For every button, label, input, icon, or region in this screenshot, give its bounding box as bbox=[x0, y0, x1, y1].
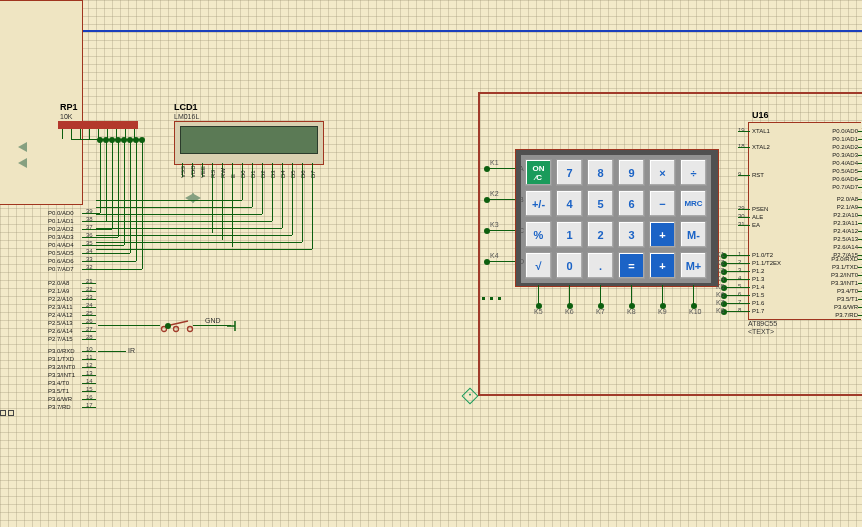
keypad-key[interactable]: × bbox=[649, 159, 676, 186]
keypad-key[interactable]: − bbox=[649, 190, 676, 217]
keypad-key[interactable]: MRC bbox=[680, 190, 707, 217]
pin-label: P2.4/A12 bbox=[48, 312, 73, 318]
pin-label: P2.3/A11 bbox=[812, 220, 858, 226]
wire bbox=[212, 177, 213, 233]
schematic-canvas[interactable]: { "components": { "rp1": { "ref": "RP1",… bbox=[0, 0, 862, 527]
pin-label: P0.7/AD7 bbox=[48, 266, 74, 272]
pin-number: 7 bbox=[738, 299, 741, 305]
pin-label: P0.5/AD5 bbox=[812, 168, 858, 174]
keypad-key[interactable]: + bbox=[649, 252, 676, 279]
ir-net-label: IR bbox=[128, 347, 135, 354]
keypad-key[interactable]: ON∕C bbox=[525, 159, 552, 186]
keypad-key[interactable]: + bbox=[649, 221, 676, 248]
pin-stub bbox=[738, 175, 750, 176]
wire bbox=[96, 228, 282, 229]
keypad-key[interactable]: % bbox=[525, 221, 552, 248]
lcd-pin-label: D0 bbox=[240, 158, 246, 178]
pin-number: 4 bbox=[738, 275, 741, 281]
keypad-key[interactable]: 1 bbox=[556, 221, 583, 248]
ground-arrow-icon bbox=[18, 158, 27, 168]
ground-symbol-icon bbox=[227, 320, 241, 332]
pin-label: P0.5/AD5 bbox=[48, 250, 74, 256]
keypad-key[interactable]: 9 bbox=[618, 159, 645, 186]
lcd-pin-label: D4 bbox=[280, 158, 286, 178]
keypad-key[interactable]: √ bbox=[525, 252, 552, 279]
pin-number: 18 bbox=[738, 143, 745, 149]
net-label: K2 bbox=[490, 190, 499, 197]
pin-label: P3.0/RXD bbox=[48, 348, 75, 354]
wire bbox=[96, 221, 272, 222]
resistor-network[interactable] bbox=[58, 121, 138, 129]
keypad-key[interactable]: 0 bbox=[556, 252, 583, 279]
keypad-key[interactable]: 4 bbox=[556, 190, 583, 217]
net-label: K5 bbox=[534, 308, 543, 315]
pin-number: 3 bbox=[738, 267, 741, 273]
lcd-pin-label: E bbox=[230, 158, 236, 178]
keypad-key[interactable]: M+ bbox=[680, 252, 707, 279]
pin-label: P1.1/T2EX bbox=[752, 260, 781, 266]
wire bbox=[302, 177, 303, 242]
pin-label: P2.6/A14 bbox=[812, 244, 858, 250]
net-label: K1 bbox=[490, 159, 499, 166]
pin-number: 2 bbox=[738, 259, 741, 265]
pin-stub bbox=[858, 155, 862, 156]
pin-label: XTAL1 bbox=[752, 128, 770, 134]
keypad-key[interactable]: +/- bbox=[525, 190, 552, 217]
pin-stub bbox=[82, 407, 96, 408]
keypad-key[interactable]: M- bbox=[680, 221, 707, 248]
net-dash bbox=[490, 297, 493, 300]
pin-label: P2.7/A15 bbox=[48, 336, 73, 342]
lcd-pin-label: D2 bbox=[260, 158, 266, 178]
wire bbox=[193, 325, 231, 326]
keypad-key[interactable]: 2 bbox=[587, 221, 614, 248]
pin-stub bbox=[82, 359, 96, 360]
keypad-row-label: D bbox=[519, 258, 524, 265]
junction bbox=[484, 166, 490, 172]
power-arrow-icon bbox=[192, 193, 201, 203]
wire bbox=[724, 279, 738, 280]
pin-stub bbox=[82, 399, 96, 400]
pin-label: P2.3/A11 bbox=[48, 304, 73, 310]
keypad-key[interactable]: 3 bbox=[618, 221, 645, 248]
cursor-crosshair-icon bbox=[462, 388, 479, 405]
lcd-pin-label: VEE bbox=[200, 158, 206, 178]
keypad-key[interactable]: 5 bbox=[587, 190, 614, 217]
wire bbox=[112, 139, 113, 229]
pin-label: RST bbox=[752, 172, 764, 178]
pin-stub bbox=[858, 223, 862, 224]
lcd-pin-label: VSS bbox=[180, 158, 186, 178]
keypad-key[interactable]: 7 bbox=[556, 159, 583, 186]
pin-stub bbox=[858, 315, 862, 316]
pin-label: P0.1/AD1 bbox=[812, 136, 858, 142]
pin-label: P3.4/T0 bbox=[48, 380, 69, 386]
pin-stub bbox=[858, 307, 862, 308]
gnd-label: GND bbox=[205, 317, 221, 324]
pin-label: P2.5/A13 bbox=[812, 236, 858, 242]
junction bbox=[139, 137, 145, 143]
pin-stub bbox=[62, 129, 63, 139]
pin-label: P0.3/AD3 bbox=[48, 234, 74, 240]
lcd-pin-label: D5 bbox=[290, 158, 296, 178]
keypad-key[interactable]: ÷ bbox=[680, 159, 707, 186]
keypad-key[interactable]: 6 bbox=[618, 190, 645, 217]
pin-stub bbox=[738, 131, 750, 132]
net-label: K9 bbox=[658, 308, 667, 315]
wire bbox=[100, 139, 101, 213]
keypad-key[interactable]: = bbox=[618, 252, 645, 279]
pin-stub bbox=[82, 375, 96, 376]
wire bbox=[662, 285, 663, 305]
pin-stub bbox=[858, 259, 862, 260]
wire bbox=[724, 255, 738, 256]
wire bbox=[724, 287, 738, 288]
wire bbox=[98, 325, 160, 326]
wire bbox=[292, 177, 293, 235]
pin-stub bbox=[0, 410, 6, 416]
pin-label: P0.2/AD2 bbox=[48, 226, 74, 232]
pin-label: P2.0/A8 bbox=[48, 280, 69, 286]
wire bbox=[486, 261, 515, 262]
rp1-value: 10K bbox=[60, 113, 72, 120]
keypad-key[interactable]: . bbox=[587, 252, 614, 279]
pin-stub bbox=[858, 247, 862, 248]
keypad-key[interactable]: 8 bbox=[587, 159, 614, 186]
wire bbox=[96, 261, 136, 262]
